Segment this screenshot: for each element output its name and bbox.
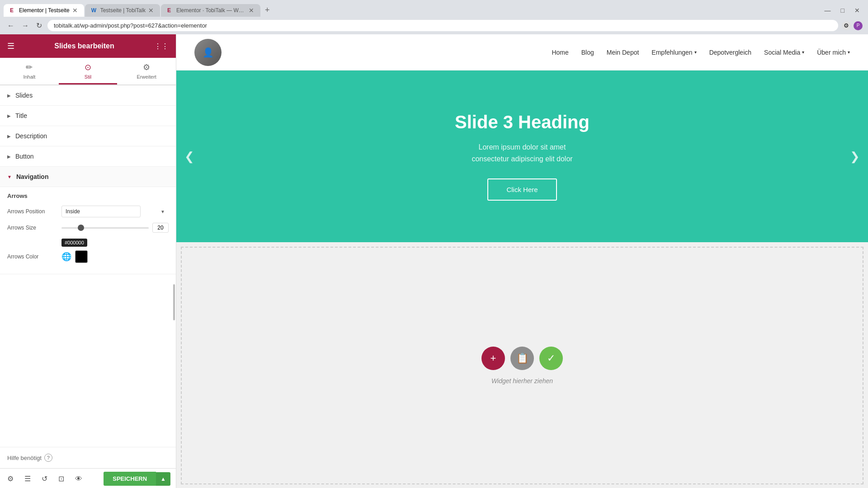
refresh-button[interactable]: ↻ — [34, 19, 44, 32]
panel-tabs: ✏ Inhalt ⊙ Stil ⚙ Erweitert — [0, 58, 176, 85]
empty-drop-area: + 📋 ✓ Widget hierher ziehen — [181, 247, 863, 484]
section-button[interactable]: ▶ Button — [0, 146, 176, 167]
browser-chrome: E Elementor | Testseite ✕ W Testseite | … — [0, 0, 868, 34]
main-layout: ☰ Slides bearbeiten ⋮⋮ ✏ Inhalt ⊙ Stil ⚙… — [0, 34, 868, 488]
minimize-button[interactable]: — — [820, 5, 835, 16]
color-tooltip: #000000 — [61, 239, 87, 247]
arrows-position-select[interactable]: Inside Outside — [61, 206, 141, 217]
color-tooltip-wrapper: #000000 — [61, 238, 169, 249]
close-button[interactable]: ✕ — [850, 5, 864, 16]
tab-elementor-testseite[interactable]: E Elementor | Testseite ✕ — [4, 4, 84, 17]
color-global-button[interactable]: 🌐 — [61, 252, 71, 262]
back-button[interactable]: ← — [5, 20, 16, 32]
nav-item-social-media-label: Social Media — [764, 49, 800, 56]
tab-testseite-tobitalk[interactable]: W Testseite | TobiTalk ✕ — [85, 4, 160, 17]
tab-close-2[interactable]: ✕ — [148, 7, 154, 14]
section-navigation-label: Navigation — [16, 173, 49, 180]
empfehlungen-dropdown-icon: ▾ — [694, 50, 697, 55]
extensions-icon[interactable]: ⚙ — [842, 21, 851, 30]
section-slides[interactable]: ▶ Slides — [0, 85, 176, 106]
tab-bar: E Elementor | Testseite ✕ W Testseite | … — [0, 0, 868, 17]
social-media-dropdown-icon: ▾ — [802, 50, 804, 55]
slide-area: ❮ Slide 3 Heading Lorem ipsum dolor sit … — [176, 70, 868, 242]
nav-item-mein-depot[interactable]: Mein Depot — [607, 49, 639, 56]
section-description[interactable]: ▶ Description — [0, 126, 176, 146]
empty-area-text: Widget hierher ziehen — [491, 377, 553, 385]
forward-button[interactable]: → — [20, 20, 31, 32]
arrows-color-row: Arrows Color 🌐 — [7, 250, 169, 263]
layers-button[interactable]: ☰ — [23, 473, 33, 485]
site-header: 👤 Home Blog Mein Depot Empfehlungen ▾ De… — [176, 34, 868, 70]
add-template-button[interactable]: 📋 — [510, 347, 534, 370]
tab-title-3: Elementor · TobiTalk — WordPr... — [176, 7, 246, 14]
slider-content: Slide 3 Heading Lorem ipsum dolor sit am… — [437, 94, 608, 218]
help-section[interactable]: Hilfe benötigt ? — [0, 447, 176, 468]
save-dropdown-button[interactable]: ▲ — [156, 472, 170, 486]
responsive-button[interactable]: ⊡ — [57, 473, 66, 485]
tab-close-1[interactable]: ✕ — [72, 7, 78, 14]
section-title[interactable]: ▶ Title — [0, 106, 176, 126]
history-button[interactable]: ↺ — [40, 473, 49, 485]
style-icon: ⊙ — [85, 62, 91, 72]
arrows-position-label: Arrows Position — [7, 208, 61, 215]
maximize-button[interactable]: □ — [836, 5, 849, 16]
slide-text: Lorem ipsum dolor sit ametconsectetur ad… — [455, 141, 590, 164]
arrows-size-slider-group: 20 — [61, 223, 169, 233]
tab-stil-label: Stil — [85, 74, 91, 80]
uber-mich-dropdown-icon: ▾ — [848, 50, 850, 55]
bottom-toolbar: ⚙ ☰ ↺ ⊡ 👁 SPEICHERN ▲ — [0, 468, 176, 488]
add-widget-button[interactable]: + — [481, 347, 505, 370]
pencil-icon: ✏ — [26, 62, 33, 72]
tab-elementor-tobitalk[interactable]: E Elementor · TobiTalk — WordPr... ✕ — [161, 4, 260, 17]
add-saved-button[interactable]: ✓ — [539, 347, 563, 370]
section-description-label: Description — [15, 132, 47, 140]
nav-item-uber-mich[interactable]: Über mich ▾ — [817, 49, 850, 56]
settings-button[interactable]: ⚙ — [5, 473, 15, 485]
nav-item-depotvergleich[interactable]: Depotvergleich — [709, 49, 751, 56]
arrows-color-label: Arrows Color — [7, 253, 61, 260]
section-navigation[interactable]: ▼ Navigation — [0, 167, 176, 187]
avatar: 👤 — [194, 39, 222, 66]
nav-item-social-media[interactable]: Social Media ▾ — [764, 49, 804, 56]
panel-scrollbar[interactable] — [173, 284, 175, 320]
arrows-size-row: Arrows Size 20 — [7, 223, 169, 233]
tab-inhalt[interactable]: ✏ Inhalt — [0, 58, 59, 84]
help-label: Hilfe benötigt — [7, 455, 42, 461]
profile-icon[interactable]: P — [854, 21, 863, 30]
slide-cta-button[interactable]: Click Here — [487, 178, 557, 201]
tab-favicon-3: E — [167, 7, 174, 14]
tab-inhalt-label: Inhalt — [23, 74, 35, 80]
section-button-arrow: ▶ — [7, 154, 11, 159]
tab-erweitert-label: Erweitert — [137, 74, 156, 80]
tab-stil[interactable]: ⊙ Stil — [59, 58, 118, 84]
url-input[interactable] — [47, 20, 838, 31]
tab-erweitert[interactable]: ⚙ Erweitert — [117, 58, 176, 84]
nav-item-home[interactable]: Home — [552, 49, 568, 56]
new-tab-button[interactable]: + — [261, 4, 274, 17]
slider-next-button[interactable]: ❯ — [845, 145, 864, 168]
preview-button[interactable]: 👁 — [73, 473, 84, 485]
section-navigation-arrow: ▼ — [7, 174, 12, 179]
arrows-size-value[interactable]: 20 — [152, 223, 169, 233]
nav-item-empfehlungen[interactable]: Empfehlungen ▾ — [651, 49, 696, 56]
nav-item-empfehlungen-label: Empfehlungen — [651, 49, 692, 56]
slide-heading: Slide 3 Heading — [455, 112, 590, 132]
window-controls: — □ ✕ — [820, 5, 864, 16]
color-swatch[interactable] — [75, 250, 88, 263]
arrows-size-slider[interactable] — [61, 227, 149, 229]
section-title-label: Title — [15, 112, 27, 119]
save-button[interactable]: SPEICHERN — [104, 472, 156, 486]
section-button-label: Button — [15, 153, 33, 160]
arrows-subsection-label: Arrows — [7, 192, 169, 199]
slider-prev-button[interactable]: ❮ — [180, 145, 199, 168]
arrows-position-row: Arrows Position Inside Outside ▼ — [7, 206, 169, 217]
tab-title-2: Testseite | TobiTalk — [100, 7, 146, 14]
toolbar-left: ⚙ ☰ ↺ ⊡ 👁 — [5, 473, 84, 485]
browser-actions: ⚙ P — [842, 21, 863, 30]
tab-close-3[interactable]: ✕ — [249, 7, 254, 14]
hamburger-menu-button[interactable]: ☰ — [7, 41, 14, 51]
nav-item-blog[interactable]: Blog — [581, 49, 594, 56]
save-btn-group: SPEICHERN ▲ — [104, 472, 170, 486]
section-title-arrow: ▶ — [7, 113, 11, 118]
grid-view-icon[interactable]: ⋮⋮ — [154, 42, 169, 51]
